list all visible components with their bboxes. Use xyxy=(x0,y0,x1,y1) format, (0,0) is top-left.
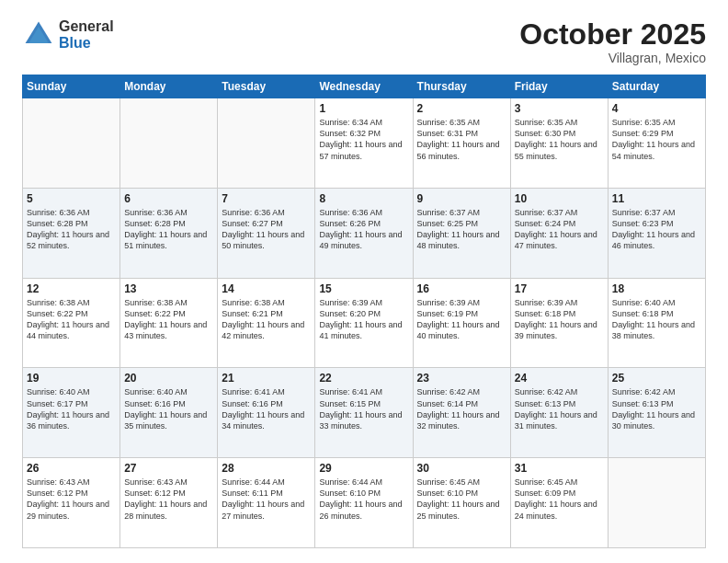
table-row: 1Sunrise: 6:34 AM Sunset: 6:32 PM Daylig… xyxy=(315,98,413,189)
calendar-week-row: 5Sunrise: 6:36 AM Sunset: 6:28 PM Daylig… xyxy=(23,188,706,278)
table-row xyxy=(23,98,120,189)
day-info: Sunrise: 6:36 AM Sunset: 6:27 PM Dayligh… xyxy=(222,207,311,252)
table-row: 20Sunrise: 6:40 AM Sunset: 6:16 PM Dayli… xyxy=(120,368,218,458)
table-row: 29Sunrise: 6:44 AM Sunset: 6:10 PM Dayli… xyxy=(315,458,413,548)
day-number: 31 xyxy=(515,462,604,475)
table-row: 2Sunrise: 6:35 AM Sunset: 6:31 PM Daylig… xyxy=(413,98,510,189)
table-row: 11Sunrise: 6:37 AM Sunset: 6:23 PM Dayli… xyxy=(608,188,705,278)
day-number: 11 xyxy=(612,192,701,205)
table-row: 10Sunrise: 6:37 AM Sunset: 6:24 PM Dayli… xyxy=(510,188,608,278)
table-row: 22Sunrise: 6:41 AM Sunset: 6:15 PM Dayli… xyxy=(315,368,413,458)
table-row: 5Sunrise: 6:36 AM Sunset: 6:28 PM Daylig… xyxy=(23,188,120,278)
table-row: 17Sunrise: 6:39 AM Sunset: 6:18 PM Dayli… xyxy=(510,278,608,368)
table-row: 28Sunrise: 6:44 AM Sunset: 6:11 PM Dayli… xyxy=(218,458,315,548)
table-row: 13Sunrise: 6:38 AM Sunset: 6:22 PM Dayli… xyxy=(120,278,218,368)
logo-text: General Blue xyxy=(59,18,114,51)
title-block: October 2025 Villagran, Mexico xyxy=(519,18,706,65)
day-info: Sunrise: 6:40 AM Sunset: 6:17 PM Dayligh… xyxy=(27,386,116,431)
day-number: 13 xyxy=(124,282,213,295)
col-monday: Monday xyxy=(120,75,218,98)
day-number: 10 xyxy=(515,192,604,205)
table-row: 8Sunrise: 6:36 AM Sunset: 6:26 PM Daylig… xyxy=(315,188,413,278)
day-number: 15 xyxy=(319,282,408,295)
page: General Blue October 2025 Villagran, Mex… xyxy=(0,0,728,563)
day-number: 1 xyxy=(319,102,408,115)
col-thursday: Thursday xyxy=(413,75,510,98)
table-row: 26Sunrise: 6:43 AM Sunset: 6:12 PM Dayli… xyxy=(23,458,120,548)
day-info: Sunrise: 6:39 AM Sunset: 6:18 PM Dayligh… xyxy=(515,297,604,342)
table-row: 16Sunrise: 6:39 AM Sunset: 6:19 PM Dayli… xyxy=(413,278,510,368)
table-row: 4Sunrise: 6:35 AM Sunset: 6:29 PM Daylig… xyxy=(608,98,705,189)
day-number: 9 xyxy=(417,192,506,205)
day-info: Sunrise: 6:45 AM Sunset: 6:09 PM Dayligh… xyxy=(515,477,604,522)
table-row: 7Sunrise: 6:36 AM Sunset: 6:27 PM Daylig… xyxy=(218,188,315,278)
day-number: 4 xyxy=(612,102,701,115)
day-info: Sunrise: 6:36 AM Sunset: 6:28 PM Dayligh… xyxy=(27,207,116,252)
day-number: 18 xyxy=(612,282,701,295)
col-saturday: Saturday xyxy=(608,75,705,98)
calendar-week-row: 19Sunrise: 6:40 AM Sunset: 6:17 PM Dayli… xyxy=(23,368,706,458)
table-row: 12Sunrise: 6:38 AM Sunset: 6:22 PM Dayli… xyxy=(23,278,120,368)
calendar-header-row: Sunday Monday Tuesday Wednesday Thursday… xyxy=(23,75,706,98)
table-row: 23Sunrise: 6:42 AM Sunset: 6:14 PM Dayli… xyxy=(413,368,510,458)
logo-blue-label: Blue xyxy=(59,35,114,52)
day-info: Sunrise: 6:44 AM Sunset: 6:11 PM Dayligh… xyxy=(222,477,311,522)
day-info: Sunrise: 6:42 AM Sunset: 6:13 PM Dayligh… xyxy=(515,386,604,431)
table-row: 15Sunrise: 6:39 AM Sunset: 6:20 PM Dayli… xyxy=(315,278,413,368)
table-row: 24Sunrise: 6:42 AM Sunset: 6:13 PM Dayli… xyxy=(510,368,608,458)
col-tuesday: Tuesday xyxy=(218,75,315,98)
table-row xyxy=(120,98,218,189)
day-info: Sunrise: 6:36 AM Sunset: 6:28 PM Dayligh… xyxy=(124,207,213,252)
calendar-week-row: 26Sunrise: 6:43 AM Sunset: 6:12 PM Dayli… xyxy=(23,458,706,548)
day-number: 29 xyxy=(319,462,408,475)
day-info: Sunrise: 6:41 AM Sunset: 6:16 PM Dayligh… xyxy=(222,386,311,431)
table-row: 25Sunrise: 6:42 AM Sunset: 6:13 PM Dayli… xyxy=(608,368,705,458)
day-info: Sunrise: 6:38 AM Sunset: 6:21 PM Dayligh… xyxy=(222,297,311,342)
table-row: 18Sunrise: 6:40 AM Sunset: 6:18 PM Dayli… xyxy=(608,278,705,368)
table-row: 30Sunrise: 6:45 AM Sunset: 6:10 PM Dayli… xyxy=(413,458,510,548)
day-info: Sunrise: 6:35 AM Sunset: 6:31 PM Dayligh… xyxy=(417,117,506,162)
day-number: 14 xyxy=(222,282,311,295)
day-number: 27 xyxy=(124,462,213,475)
table-row: 27Sunrise: 6:43 AM Sunset: 6:12 PM Dayli… xyxy=(120,458,218,548)
calendar-week-row: 12Sunrise: 6:38 AM Sunset: 6:22 PM Dayli… xyxy=(23,278,706,368)
table-row xyxy=(608,458,705,548)
day-info: Sunrise: 6:34 AM Sunset: 6:32 PM Dayligh… xyxy=(319,117,408,162)
table-row: 19Sunrise: 6:40 AM Sunset: 6:17 PM Dayli… xyxy=(23,368,120,458)
day-number: 26 xyxy=(27,462,116,475)
day-info: Sunrise: 6:43 AM Sunset: 6:12 PM Dayligh… xyxy=(27,477,116,522)
day-number: 16 xyxy=(417,282,506,295)
day-info: Sunrise: 6:39 AM Sunset: 6:20 PM Dayligh… xyxy=(319,297,408,342)
col-wednesday: Wednesday xyxy=(315,75,413,98)
day-info: Sunrise: 6:37 AM Sunset: 6:24 PM Dayligh… xyxy=(515,207,604,252)
table-row: 3Sunrise: 6:35 AM Sunset: 6:30 PM Daylig… xyxy=(510,98,608,189)
table-row: 6Sunrise: 6:36 AM Sunset: 6:28 PM Daylig… xyxy=(120,188,218,278)
logo: General Blue xyxy=(22,18,114,52)
day-number: 3 xyxy=(515,102,604,115)
day-info: Sunrise: 6:36 AM Sunset: 6:26 PM Dayligh… xyxy=(319,207,408,252)
col-sunday: Sunday xyxy=(23,75,120,98)
day-number: 30 xyxy=(417,462,506,475)
location-subtitle: Villagran, Mexico xyxy=(519,51,706,65)
table-row xyxy=(218,98,315,189)
table-row: 9Sunrise: 6:37 AM Sunset: 6:25 PM Daylig… xyxy=(413,188,510,278)
day-info: Sunrise: 6:35 AM Sunset: 6:30 PM Dayligh… xyxy=(515,117,604,162)
day-info: Sunrise: 6:38 AM Sunset: 6:22 PM Dayligh… xyxy=(27,297,116,342)
day-number: 6 xyxy=(124,192,213,205)
day-info: Sunrise: 6:37 AM Sunset: 6:25 PM Dayligh… xyxy=(417,207,506,252)
day-number: 22 xyxy=(319,372,408,385)
table-row: 21Sunrise: 6:41 AM Sunset: 6:16 PM Dayli… xyxy=(218,368,315,458)
day-number: 5 xyxy=(27,192,116,205)
day-number: 28 xyxy=(222,462,311,475)
day-number: 12 xyxy=(27,282,116,295)
calendar-week-row: 1Sunrise: 6:34 AM Sunset: 6:32 PM Daylig… xyxy=(23,98,706,189)
day-info: Sunrise: 6:42 AM Sunset: 6:13 PM Dayligh… xyxy=(612,386,701,431)
day-number: 25 xyxy=(612,372,701,385)
day-info: Sunrise: 6:38 AM Sunset: 6:22 PM Dayligh… xyxy=(124,297,213,342)
day-info: Sunrise: 6:41 AM Sunset: 6:15 PM Dayligh… xyxy=(319,386,408,431)
day-number: 8 xyxy=(319,192,408,205)
day-number: 7 xyxy=(222,192,311,205)
day-info: Sunrise: 6:39 AM Sunset: 6:19 PM Dayligh… xyxy=(417,297,506,342)
day-number: 2 xyxy=(417,102,506,115)
month-title: October 2025 xyxy=(519,18,706,51)
